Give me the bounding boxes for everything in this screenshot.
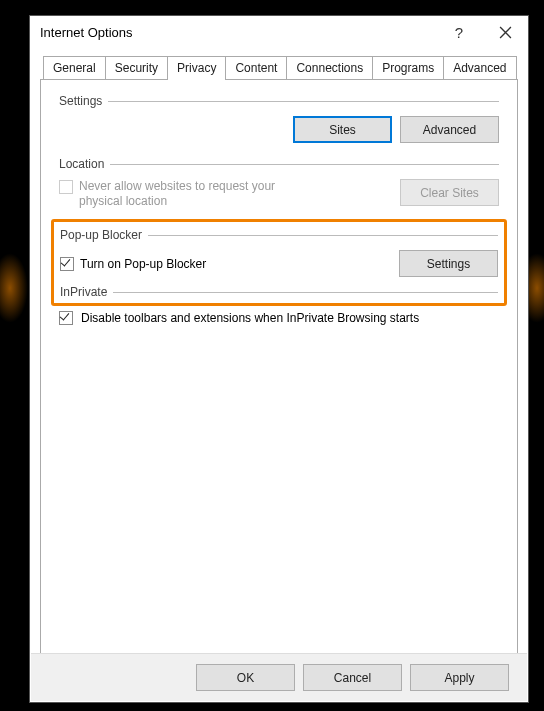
ok-button[interactable]: OK <box>196 664 295 691</box>
popup-blocker-highlight: Pop-up Blocker Turn on Pop-up Blocker Se… <box>51 219 507 306</box>
never-allow-location-checkbox[interactable] <box>59 180 73 194</box>
titlebar: Internet Options ? <box>30 16 528 49</box>
tab-panel-privacy: Settings Sites Advanced Location Never a… <box>40 79 518 669</box>
disable-toolbars-inprivate-label: Disable toolbars and extensions when InP… <box>81 311 419 325</box>
advanced-button[interactable]: Advanced <box>400 116 499 143</box>
tab-strip: General Security Privacy Content Connect… <box>40 53 518 79</box>
close-icon <box>499 26 512 39</box>
settings-group-header: Settings <box>59 94 499 108</box>
popup-blocker-settings-button[interactable]: Settings <box>399 250 498 277</box>
popup-blocker-group-header: Pop-up Blocker <box>60 228 498 242</box>
tab-privacy[interactable]: Privacy <box>167 56 226 80</box>
tab-connections[interactable]: Connections <box>286 56 373 79</box>
highlight-glow <box>0 253 28 323</box>
settings-group-label: Settings <box>59 94 108 108</box>
dialog-title: Internet Options <box>40 25 133 40</box>
clear-sites-button: Clear Sites <box>400 179 499 206</box>
tab-advanced[interactable]: Advanced <box>443 56 516 79</box>
location-group-header: Location <box>59 157 499 171</box>
location-group-label: Location <box>59 157 110 171</box>
inprivate-group-label: InPrivate <box>60 285 113 299</box>
apply-button[interactable]: Apply <box>410 664 509 691</box>
tab-content[interactable]: Content <box>225 56 287 79</box>
inprivate-group-header: InPrivate <box>60 285 498 299</box>
turn-on-popup-blocker-checkbox[interactable] <box>60 257 74 271</box>
sites-button[interactable]: Sites <box>293 116 392 143</box>
cancel-button[interactable]: Cancel <box>303 664 402 691</box>
tab-security[interactable]: Security <box>105 56 168 79</box>
tab-programs[interactable]: Programs <box>372 56 444 79</box>
internet-options-dialog: Internet Options ? General Security Priv… <box>29 15 529 703</box>
tab-general[interactable]: General <box>43 56 106 79</box>
help-button[interactable]: ? <box>436 18 482 48</box>
popup-blocker-group-label: Pop-up Blocker <box>60 228 148 242</box>
never-allow-location-label: Never allow websites to request your phy… <box>79 179 319 209</box>
turn-on-popup-blocker-label: Turn on Pop-up Blocker <box>80 257 206 271</box>
disable-toolbars-inprivate-checkbox[interactable] <box>59 311 73 325</box>
dialog-button-bar: OK Cancel Apply <box>31 653 527 701</box>
close-button[interactable] <box>482 18 528 48</box>
